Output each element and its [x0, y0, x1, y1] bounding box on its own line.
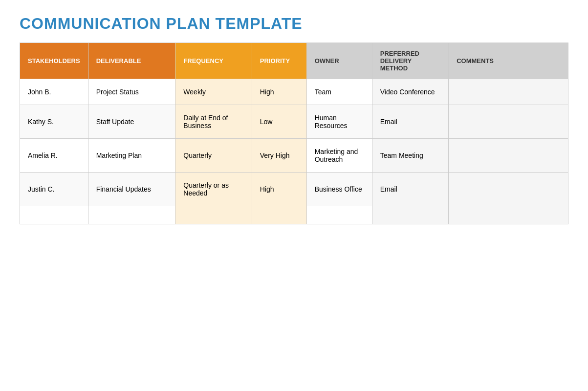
table-row: John B.Project StatusWeeklyHighTeamVideo…: [20, 79, 568, 105]
cell-delivery: Email: [372, 173, 448, 206]
table-row: Kathy S.Staff UpdateDaily at End of Busi…: [20, 105, 568, 139]
cell-comments: [449, 139, 568, 173]
cell-delivery: Email: [372, 105, 448, 139]
cell-comments: [449, 105, 568, 139]
header-deliverable: DELIVERABLE: [88, 43, 175, 79]
cell-stakeholder: John B.: [20, 79, 88, 105]
header-owner: OWNER: [306, 43, 372, 79]
cell-delivery: Team Meeting: [372, 139, 448, 173]
cell-deliverable: Project Status: [88, 79, 175, 105]
page-title: COMMUNICATION PLAN TEMPLATE: [20, 15, 568, 33]
cell-frequency: [175, 206, 252, 224]
cell-deliverable: Financial Updates: [88, 173, 175, 206]
cell-stakeholder: Kathy S.: [20, 105, 88, 139]
cell-priority: High: [252, 79, 306, 105]
cell-priority: High: [252, 173, 306, 206]
cell-comments: [449, 79, 568, 105]
cell-priority: Low: [252, 105, 306, 139]
cell-frequency: Daily at End of Business: [175, 105, 252, 139]
header-frequency: FREQUENCY: [175, 43, 252, 79]
cell-stakeholder: Justin C.: [20, 173, 88, 206]
cell-delivery: [372, 206, 448, 224]
cell-stakeholder: [20, 206, 88, 224]
cell-owner: Team: [306, 79, 372, 105]
communication-plan-table: STAKEHOLDERS DELIVERABLE FREQUENCY PRIOR…: [20, 43, 568, 224]
cell-delivery: Video Conference: [372, 79, 448, 105]
cell-stakeholder: Amelia R.: [20, 139, 88, 173]
cell-owner: Human Resources: [306, 105, 372, 139]
cell-priority: Very High: [252, 139, 306, 173]
cell-frequency: Quarterly or as Needed: [175, 173, 252, 206]
cell-owner: Marketing and Outreach: [306, 139, 372, 173]
cell-frequency: Quarterly: [175, 139, 252, 173]
cell-owner: [306, 206, 372, 224]
cell-deliverable: Staff Update: [88, 105, 175, 139]
cell-comments: [449, 173, 568, 206]
table-row: Justin C.Financial UpdatesQuarterly or a…: [20, 173, 568, 206]
table-row: [20, 206, 568, 224]
cell-frequency: Weekly: [175, 79, 252, 105]
cell-priority: [252, 206, 306, 224]
cell-deliverable: [88, 206, 175, 224]
header-stakeholders: STAKEHOLDERS: [20, 43, 88, 79]
cell-owner: Business Office: [306, 173, 372, 206]
table-row: Amelia R.Marketing PlanQuarterlyVery Hig…: [20, 139, 568, 173]
header-priority: PRIORITY: [252, 43, 306, 79]
cell-comments: [449, 206, 568, 224]
header-comments: COMMENTS: [449, 43, 568, 79]
header-delivery: PREFERRED DELIVERY METHOD: [372, 43, 448, 79]
cell-deliverable: Marketing Plan: [88, 139, 175, 173]
